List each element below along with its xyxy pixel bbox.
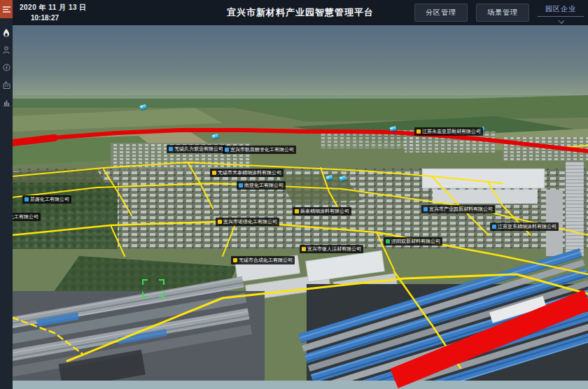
company-label-text: 阳光化工有限公司 <box>13 213 38 221</box>
sidebar-item-personnel[interactable] <box>0 41 13 59</box>
header-actions: 分区管理 场景管理 园区企业 <box>414 3 584 23</box>
chevron-down-icon <box>558 17 564 24</box>
company-label-text: 宜兴市产业园新材料有限公司 <box>429 205 493 213</box>
company-marker-icon <box>424 207 428 211</box>
person-icon <box>3 46 10 54</box>
company-label-text: 无锡市合成化工有限公司 <box>239 256 293 264</box>
company-label[interactable]: 宜兴市诺信化工有限公司 <box>216 218 279 226</box>
company-label-text: 无锡市天泰精细涂料有限公司 <box>218 169 281 177</box>
company-label-text: 宜兴市诺信化工有限公司 <box>223 218 277 226</box>
company-label-text: 漂阳双新材料有限公司 <box>391 237 440 246</box>
factory-icon <box>3 81 10 89</box>
dropdown-underline <box>538 16 584 17</box>
company-label[interactable]: 无锡市天泰精细涂料有限公司 <box>210 169 284 177</box>
company-marker-icon <box>169 147 173 151</box>
zone-management-button[interactable]: 分区管理 <box>414 3 468 22</box>
company-label-text: 振泰精细涂料有限公司 <box>300 207 349 215</box>
company-marker-icon <box>416 129 421 134</box>
sidebar-item-enterprise[interactable] <box>0 76 13 94</box>
company-label[interactable]: 江苏永嘉亚晨耐材有限公司 <box>414 127 483 136</box>
selection-marker <box>142 279 164 297</box>
company-marker-icon <box>218 220 222 224</box>
company-marker-icon <box>233 258 237 262</box>
menu-icon <box>3 6 10 13</box>
header: 2020 年 11 月 13 日 10:18:27 宜兴市新材料产业园智慧管理平… <box>13 0 588 25</box>
company-marker-icon <box>302 247 306 251</box>
company-label[interactable]: 宜兴市凯普丽登化工有限公司 <box>223 146 296 154</box>
company-label-text: 江苏亚东精细涂料有限公司 <box>498 222 556 231</box>
company-label[interactable]: 振泰精细涂料有限公司 <box>293 207 351 215</box>
company-label-text: 南亚化工有限公司 <box>244 181 284 190</box>
app-window: 2020 年 11 月 13 日 10:18:27 宜兴市新材料产业园智慧管理平… <box>0 0 588 389</box>
map-viewport[interactable]: 江苏永嘉亚晨耐材有限公司无锡久力胶业有限公司宜兴市凯普丽登化工有限公司无锡市天泰… <box>13 25 588 389</box>
company-label[interactable]: 江苏亚东精细涂料有限公司 <box>490 222 559 231</box>
company-marker-icon <box>492 225 496 229</box>
company-label-text: 宜兴市银人洁材有限公司 <box>307 245 361 253</box>
sidebar <box>0 0 13 389</box>
company-label[interactable]: 晨露化工有限公司 <box>22 195 71 204</box>
company-label-text: 无锡久力胶业有限公司 <box>174 145 223 153</box>
park-enterprise-dropdown[interactable]: 园区企业 <box>538 3 584 23</box>
company-marker-icon <box>295 209 299 213</box>
bar-chart-icon <box>3 99 10 106</box>
company-marker-icon <box>386 239 390 243</box>
dropdown-selected-label: 园区企业 <box>538 4 584 14</box>
company-label[interactable]: 无锡久力胶业有限公司 <box>167 145 225 153</box>
scene-management-button[interactable]: 场景管理 <box>476 3 529 22</box>
company-label[interactable]: 南亚化工有限公司 <box>237 181 286 190</box>
sidebar-item-alarm[interactable] <box>0 24 13 41</box>
company-label[interactable]: 宜兴市产业园新材料有限公司 <box>421 205 495 213</box>
company-marker-icon <box>24 197 29 201</box>
company-marker-icon <box>212 171 216 175</box>
company-label-text: 晨露化工有限公司 <box>30 195 69 204</box>
company-label-text: 宜兴市凯普丽登化工有限公司 <box>230 146 294 154</box>
company-label-text: 江苏永嘉亚晨耐材有限公司 <box>422 127 481 136</box>
flame-icon <box>3 29 10 37</box>
company-label[interactable]: 漂阳双新材料有限公司 <box>384 237 442 246</box>
company-label[interactable]: 宜兴市银人洁材有限公司 <box>300 245 363 253</box>
company-marker-icon <box>239 183 243 188</box>
company-label[interactable]: 阳光化工有限公司 <box>13 213 41 221</box>
power-icon <box>3 64 10 71</box>
menu-button[interactable] <box>0 0 13 18</box>
sidebar-item-statistics[interactable] <box>0 94 13 111</box>
sidebar-item-energy[interactable] <box>0 59 13 76</box>
company-marker-icon <box>225 148 229 152</box>
company-label[interactable]: 无锡市合成化工有限公司 <box>231 256 295 264</box>
